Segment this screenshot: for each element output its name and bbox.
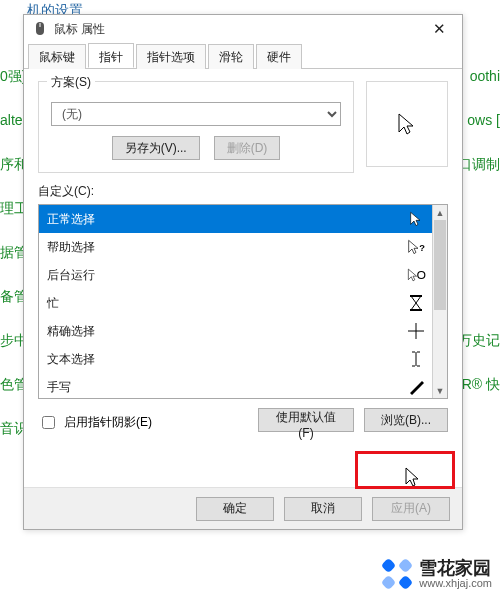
bg-frag: ows [ <box>467 112 500 128</box>
svg-rect-5 <box>410 309 422 311</box>
crosshair-icon <box>406 323 426 339</box>
scroll-track[interactable] <box>433 220 447 383</box>
svg-rect-4 <box>410 295 422 297</box>
use-default-button[interactable]: 使用默认值(F) <box>258 408 354 432</box>
ok-button[interactable]: 确定 <box>196 497 274 521</box>
svg-rect-1 <box>39 23 41 27</box>
watermark-logo-icon <box>381 558 413 590</box>
svg-point-3 <box>418 271 425 278</box>
dialog-footer: 确定 取消 应用(A) <box>24 487 462 529</box>
bg-frag: 口调制 <box>458 156 500 174</box>
watermark-url: www.xhjaj.com <box>419 578 492 590</box>
list-item-label: 后台运行 <box>47 267 95 284</box>
scroll-thumb[interactable] <box>434 220 446 310</box>
watermark-title: 雪花家园 <box>419 559 492 578</box>
cursor-list: 正常选择 帮助选择 ? 后台运行 <box>38 204 448 399</box>
scroll-down-icon[interactable]: ▼ <box>433 383 447 398</box>
list-item-text-select[interactable]: 文本选择 <box>39 345 432 373</box>
tab-hardware[interactable]: 硬件 <box>256 44 302 69</box>
cursor-preview-large <box>366 81 448 167</box>
bg-frag: 万史记 <box>458 332 500 350</box>
arrow-cursor-icon <box>406 211 426 227</box>
mouse-icon <box>32 21 48 37</box>
scheme-select[interactable]: (无) <box>51 102 341 126</box>
list-item-working-in-bg[interactable]: 后台运行 <box>39 261 432 289</box>
list-item-precision-select[interactable]: 精确选择 <box>39 317 432 345</box>
list-item-label: 精确选择 <box>47 323 95 340</box>
close-icon: ✕ <box>433 20 446 38</box>
hourglass-icon <box>406 295 426 311</box>
titlebar[interactable]: 鼠标 属性 ✕ <box>24 15 462 43</box>
arrow-busy-icon <box>406 267 426 283</box>
apply-button: 应用(A) <box>372 497 450 521</box>
bg-frag: oothi <box>470 68 500 84</box>
bg-frag: R® 快 <box>462 376 500 394</box>
tab-pointers[interactable]: 指针 <box>88 43 134 68</box>
scheme-group: 方案(S) (无) 另存为(V)... 删除(D) <box>38 81 354 173</box>
dialog-title: 鼠标 属性 <box>54 21 418 38</box>
pen-icon <box>406 379 426 395</box>
ibeam-icon <box>406 351 426 367</box>
tab-pointer-options[interactable]: 指针选项 <box>136 44 206 69</box>
tab-buttons[interactable]: 鼠标键 <box>28 44 86 69</box>
save-as-button[interactable]: 另存为(V)... <box>112 136 200 160</box>
overlay-cursor-icon <box>402 466 422 486</box>
watermark: 雪花家园 www.xhjaj.com <box>381 558 492 590</box>
cancel-button[interactable]: 取消 <box>284 497 362 521</box>
list-item-label: 文本选择 <box>47 351 95 368</box>
arrow-cursor-icon <box>395 112 419 136</box>
list-scrollbar[interactable]: ▲ ▼ <box>432 205 447 398</box>
close-button[interactable]: ✕ <box>418 16 460 42</box>
list-item-handwriting[interactable]: 手写 <box>39 373 432 398</box>
scroll-up-icon[interactable]: ▲ <box>433 205 447 220</box>
list-item-label: 帮助选择 <box>47 239 95 256</box>
tab-wheel[interactable]: 滑轮 <box>208 44 254 69</box>
svg-text:?: ? <box>419 243 425 253</box>
list-item-help-select[interactable]: 帮助选择 ? <box>39 233 432 261</box>
mouse-properties-dialog: 鼠标 属性 ✕ 鼠标键 指针 指针选项 滑轮 硬件 方案(S) (无) 另存为(… <box>23 14 463 530</box>
list-item-normal-select[interactable]: 正常选择 <box>39 205 432 233</box>
list-item-label: 手写 <box>47 379 71 396</box>
list-item-label: 忙 <box>47 295 59 312</box>
arrow-help-icon: ? <box>406 239 426 255</box>
list-item-label: 正常选择 <box>47 211 95 228</box>
delete-button: 删除(D) <box>214 136 281 160</box>
tab-body-pointers: 方案(S) (无) 另存为(V)... 删除(D) 自定义(C): 正常选择 <box>24 69 462 487</box>
tabstrip: 鼠标键 指针 指针选项 滑轮 硬件 <box>24 43 462 69</box>
browse-button[interactable]: 浏览(B)... <box>364 408 448 432</box>
scheme-group-label: 方案(S) <box>47 74 95 91</box>
list-item-busy[interactable]: 忙 <box>39 289 432 317</box>
customize-label: 自定义(C): <box>38 183 448 200</box>
